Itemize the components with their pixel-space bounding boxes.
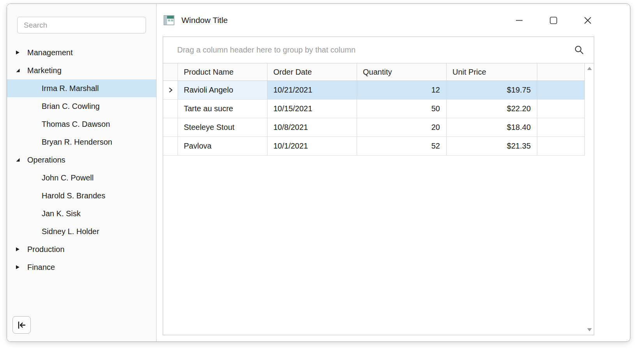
tree-group-production[interactable]: Production: [7, 240, 156, 258]
cell-unit-price[interactable]: $22.20: [447, 100, 537, 118]
tree-item-label: John C. Powell: [42, 173, 93, 182]
cell-order-date[interactable]: 10/21/2021: [267, 81, 357, 99]
orders-data-grid: Drag a column header here to group by th…: [163, 37, 594, 335]
cell-product-name[interactable]: Steeleye Stout: [178, 118, 267, 136]
tree-collapsed-icon[interactable]: [16, 247, 27, 252]
cell-order-date[interactable]: 10/15/2021: [267, 100, 357, 118]
main-area: Window Title: [157, 4, 630, 341]
tree-collapsed-icon[interactable]: [16, 265, 27, 270]
cell-product-name[interactable]: Tarte au sucre: [178, 100, 267, 118]
cell-order-date[interactable]: 10/8/2021: [267, 118, 357, 136]
titlebar[interactable]: Window Title: [157, 4, 630, 37]
desktop: Management Marketing Irma R. Marshall Br…: [0, 0, 637, 364]
grid-table: Product Name Order Date Quantity Unit Pr…: [163, 63, 585, 335]
tree-item-brian-c-cowling[interactable]: Brian C. Cowling: [7, 97, 156, 115]
search-icon: [574, 45, 584, 55]
column-header-unit-price[interactable]: Unit Price: [447, 63, 537, 80]
cell-unit-price[interactable]: $18.40: [447, 118, 537, 136]
sidebar: Management Marketing Irma R. Marshall Br…: [7, 4, 157, 341]
tree-expanded-icon[interactable]: [16, 158, 27, 162]
maximize-button[interactable]: [542, 10, 565, 30]
grid-row-tarte-au-sucre[interactable]: Tarte au sucre 10/15/2021 50 $22.20: [163, 100, 585, 118]
tree-item-label: Sidney L. Holder: [42, 227, 99, 236]
row-expand-chevron-icon: [167, 86, 174, 94]
tree-item-irma-r-marshall[interactable]: Irma R. Marshall: [7, 79, 156, 97]
tree-item-label: Irma R. Marshall: [42, 84, 99, 93]
scroll-up-icon[interactable]: [587, 67, 592, 70]
window-controls: [508, 10, 599, 30]
cell-filler: [537, 81, 585, 99]
search-input[interactable]: [18, 21, 146, 30]
column-header-order-date[interactable]: Order Date: [267, 63, 357, 80]
tree-item-harold-s-brandes[interactable]: Harold S. Brandes: [7, 187, 156, 205]
maximize-icon: [550, 17, 557, 24]
cell-filler: [537, 137, 585, 155]
tree-item-label: Harold S. Brandes: [42, 191, 105, 200]
grid-row-steeleye-stout[interactable]: Steeleye Stout 10/8/2021 20 $18.40: [163, 118, 585, 137]
tree-group-management[interactable]: Management: [7, 44, 156, 61]
employee-tree: Management Marketing Irma R. Marshall Br…: [7, 44, 156, 276]
cell-quantity[interactable]: 52: [357, 137, 447, 155]
cell-filler: [537, 118, 585, 136]
cell-unit-price[interactable]: $19.75: [447, 81, 537, 99]
tree-group-label: Marketing: [27, 66, 62, 75]
tree-item-thomas-c-dawson[interactable]: Thomas C. Dawson: [7, 115, 156, 133]
cell-quantity[interactable]: 20: [357, 118, 447, 136]
tree-item-bryan-r-henderson[interactable]: Bryan R. Henderson: [7, 133, 156, 151]
expand-column-header: [163, 63, 178, 80]
close-button[interactable]: [576, 10, 599, 30]
app-icon: [164, 15, 174, 25]
cell-product-name[interactable]: Pavlova: [178, 137, 267, 155]
cell-order-date[interactable]: 10/1/2021: [267, 137, 357, 155]
tree-item-label: Jan K. Sisk: [42, 209, 81, 218]
tree-group-label: Finance: [27, 263, 55, 272]
grid-header-row: Product Name Order Date Quantity Unit Pr…: [163, 63, 585, 81]
column-header-quantity[interactable]: Quantity: [357, 63, 447, 80]
tree-group-operations[interactable]: Operations: [7, 151, 156, 169]
tree-group-marketing[interactable]: Marketing: [7, 61, 156, 79]
tree-item-label: Brian C. Cowling: [42, 102, 100, 111]
minimize-button[interactable]: [508, 10, 530, 30]
minimize-icon: [516, 20, 523, 21]
cell-product-name[interactable]: Ravioli Angelo: [178, 81, 267, 99]
tree-item-label: Bryan R. Henderson: [42, 138, 112, 147]
vertical-scrollbar[interactable]: [585, 63, 594, 335]
tree-group-finance[interactable]: Finance: [7, 258, 156, 276]
collapse-sidebar-button[interactable]: [12, 316, 31, 334]
tree-group-label: Operations: [27, 156, 65, 164]
row-expand-button[interactable]: [163, 137, 178, 155]
group-panel-hint: Drag a column header here to group by th…: [177, 46, 355, 54]
tree-group-label: Management: [27, 48, 73, 57]
collapse-sidebar-icon: [17, 321, 26, 329]
group-by-panel[interactable]: Drag a column header here to group by th…: [163, 37, 594, 63]
tree-expanded-icon[interactable]: [16, 68, 27, 73]
cell-quantity[interactable]: 50: [357, 100, 447, 118]
tree-collapsed-icon[interactable]: [16, 50, 27, 55]
window-title: Window Title: [181, 16, 228, 25]
grid-row-pavlova[interactable]: Pavlova 10/1/2021 52 $21.35: [163, 137, 585, 156]
column-header-product-name[interactable]: Product Name: [178, 63, 267, 80]
tree-item-jan-k-sisk[interactable]: Jan K. Sisk: [7, 205, 156, 222]
grid-row-ravioli-angelo[interactable]: Ravioli Angelo 10/21/2021 12 $19.75: [163, 81, 585, 100]
app-window: Management Marketing Irma R. Marshall Br…: [7, 4, 630, 342]
filler-column-header: [537, 63, 585, 80]
cell-quantity[interactable]: 12: [357, 81, 447, 99]
grid-search-button[interactable]: [570, 42, 588, 59]
tree-item-sidney-l-holder[interactable]: Sidney L. Holder: [7, 222, 156, 240]
row-expand-button[interactable]: [163, 100, 178, 118]
tree-group-label: Production: [27, 245, 65, 254]
scroll-down-icon[interactable]: [587, 328, 592, 331]
grid-body: Product Name Order Date Quantity Unit Pr…: [163, 63, 594, 335]
cell-filler: [537, 100, 585, 118]
row-expand-button[interactable]: [163, 118, 178, 136]
search-box[interactable]: [17, 17, 146, 33]
tree-item-label: Thomas C. Dawson: [42, 120, 110, 129]
row-expand-button[interactable]: [163, 81, 178, 99]
close-icon: [584, 17, 591, 24]
cell-unit-price[interactable]: $21.35: [447, 137, 537, 155]
tree-item-john-c-powell[interactable]: John C. Powell: [7, 169, 156, 187]
